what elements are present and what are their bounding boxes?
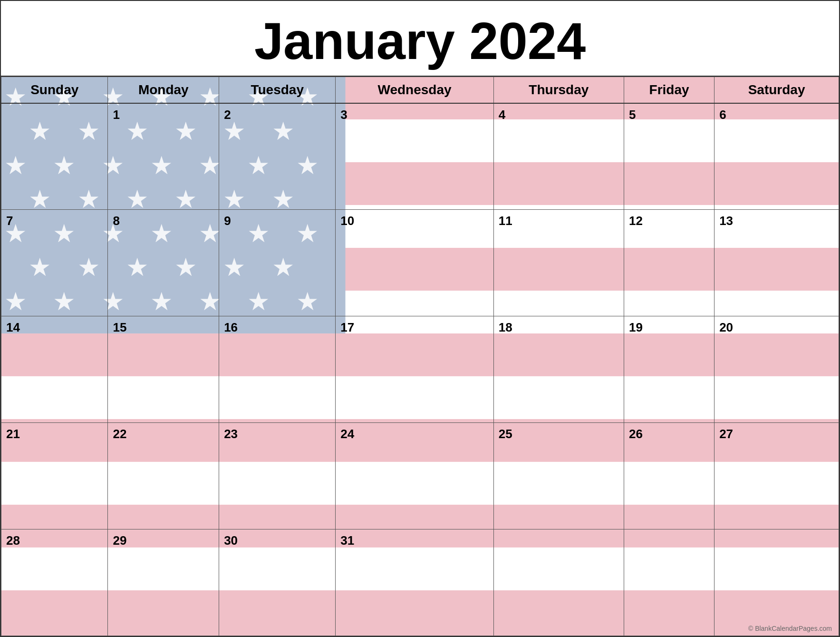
day-cell xyxy=(624,529,714,636)
day-cell: 6 xyxy=(714,103,839,210)
day-cell: 22 xyxy=(108,423,219,529)
day-cell: 27 xyxy=(714,423,839,529)
day-cell: 7 xyxy=(1,210,108,316)
header-sunday: Sunday xyxy=(1,77,108,103)
day-cell: 24 xyxy=(336,423,493,529)
day-cell xyxy=(1,103,108,210)
day-cell: 1 xyxy=(108,103,219,210)
day-cell xyxy=(493,529,624,636)
day-cell: 16 xyxy=(219,316,336,423)
header-tuesday: Tuesday xyxy=(219,77,336,103)
calendar-grid: ★ ★ ★ ★ ★ ★ ★ ★ ★ ★ ★ ★ ★ ★ ★ ★ ★ ★ ★ ★ … xyxy=(1,77,839,636)
copyright-text: © BlankCalendarPages.com xyxy=(748,625,832,632)
calendar-table: Sunday Monday Tuesday Wednesday Thursday… xyxy=(1,77,839,636)
day-cell: 17 xyxy=(336,316,493,423)
day-cell: 4 xyxy=(493,103,624,210)
day-cell: 2 xyxy=(219,103,336,210)
day-cell: 19 xyxy=(624,316,714,423)
header-thursday: Thursday xyxy=(493,77,624,103)
header-monday: Monday xyxy=(108,77,219,103)
table-row: 7 8 9 10 11 12 13 xyxy=(1,210,839,316)
day-cell: 8 xyxy=(108,210,219,316)
day-cell: 28 xyxy=(1,529,108,636)
day-cell: 23 xyxy=(219,423,336,529)
table-row: 21 22 23 24 25 26 27 xyxy=(1,423,839,529)
day-cell: 20 xyxy=(714,316,839,423)
day-cell: 3 xyxy=(336,103,493,210)
table-row: 1 2 3 4 5 6 xyxy=(1,103,839,210)
day-cell: 11 xyxy=(493,210,624,316)
day-cell: 10 xyxy=(336,210,493,316)
day-cell: 13 xyxy=(714,210,839,316)
header-wednesday: Wednesday xyxy=(336,77,493,103)
day-cell: 9 xyxy=(219,210,336,316)
day-cell: 30 xyxy=(219,529,336,636)
day-cell: 25 xyxy=(493,423,624,529)
header-friday: Friday xyxy=(624,77,714,103)
table-row: 28 29 30 31 xyxy=(1,529,839,636)
day-cell: 15 xyxy=(108,316,219,423)
day-cell: 18 xyxy=(493,316,624,423)
table-row: 14 15 16 17 18 19 20 xyxy=(1,316,839,423)
calendar-title: January 2024 xyxy=(1,1,839,77)
calendar-container: January 2024 ★ ★ ★ ★ xyxy=(0,0,840,637)
day-cell: 31 xyxy=(336,529,493,636)
days-header-row: Sunday Monday Tuesday Wednesday Thursday… xyxy=(1,77,839,103)
day-cell xyxy=(714,529,839,636)
day-cell: 29 xyxy=(108,529,219,636)
day-cell: 5 xyxy=(624,103,714,210)
day-cell: 12 xyxy=(624,210,714,316)
day-cell: 14 xyxy=(1,316,108,423)
day-cell: 21 xyxy=(1,423,108,529)
day-cell: 26 xyxy=(624,423,714,529)
header-saturday: Saturday xyxy=(714,77,839,103)
